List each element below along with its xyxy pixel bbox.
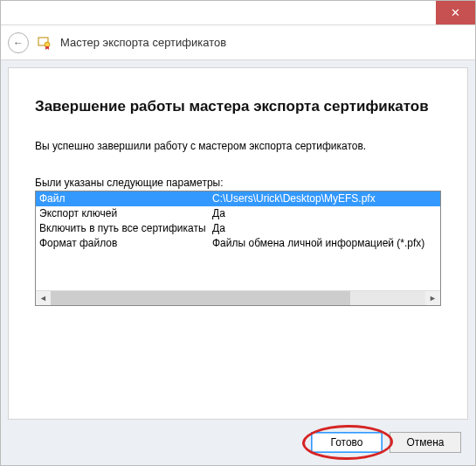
wizard-body: Завершение работы мастера экспорта серти…	[1, 60, 475, 465]
horizontal-scrollbar[interactable]: ◄ ►	[36, 290, 440, 305]
chevron-right-icon: ►	[429, 294, 437, 303]
list-item[interactable]: Файл C:\Users\Urick\Desktop\MyEFS.pfx	[36, 191, 440, 206]
list-item[interactable]: Экспорт ключей Да	[36, 206, 440, 221]
chevron-left-icon: ◄	[39, 294, 47, 303]
param-value: Да	[212, 206, 440, 221]
close-icon: ✕	[451, 6, 460, 19]
params-label: Были указаны следующие параметры:	[35, 177, 441, 189]
scroll-thumb[interactable]	[51, 291, 350, 305]
back-button[interactable]: ←	[8, 32, 29, 53]
param-key: Формат файлов	[36, 236, 212, 251]
scroll-track[interactable]	[51, 291, 425, 305]
param-value: C:\Users\Urick\Desktop\MyEFS.pfx	[212, 191, 440, 206]
params-listbox[interactable]: Файл C:\Users\Urick\Desktop\MyEFS.pfx Эк…	[35, 191, 441, 306]
cancel-button[interactable]: Отмена	[390, 432, 461, 453]
wizard-title: Мастер экспорта сертификатов	[60, 36, 226, 49]
content-panel: Завершение работы мастера экспорта серти…	[8, 67, 468, 420]
list-item[interactable]: Формат файлов Файлы обмена личной информ…	[36, 236, 440, 251]
certificate-icon	[38, 36, 52, 50]
param-key: Включить в путь все сертификаты	[36, 221, 212, 236]
param-key: Экспорт ключей	[36, 206, 212, 221]
param-key: Файл	[36, 191, 212, 206]
param-value: Файлы обмена личной информацией (*.pfx)	[212, 236, 440, 251]
page-heading: Завершение работы мастера экспорта серти…	[35, 98, 441, 115]
titlebar: ✕	[1, 1, 475, 25]
list-item[interactable]: Включить в путь все сертификаты Да	[36, 221, 440, 236]
param-value: Да	[212, 221, 440, 236]
scroll-left-button[interactable]: ◄	[36, 291, 51, 305]
button-row: Готово Отмена	[8, 420, 468, 458]
params-rows: Файл C:\Users\Urick\Desktop\MyEFS.pfx Эк…	[36, 191, 440, 290]
wizard-header: ← Мастер экспорта сертификатов	[1, 25, 475, 60]
finish-button[interactable]: Готово	[311, 432, 383, 453]
completion-message: Вы успешно завершили работу с мастером э…	[35, 140, 441, 152]
scroll-right-button[interactable]: ►	[425, 291, 440, 305]
back-arrow-icon: ←	[13, 37, 24, 49]
close-button[interactable]: ✕	[436, 1, 475, 24]
